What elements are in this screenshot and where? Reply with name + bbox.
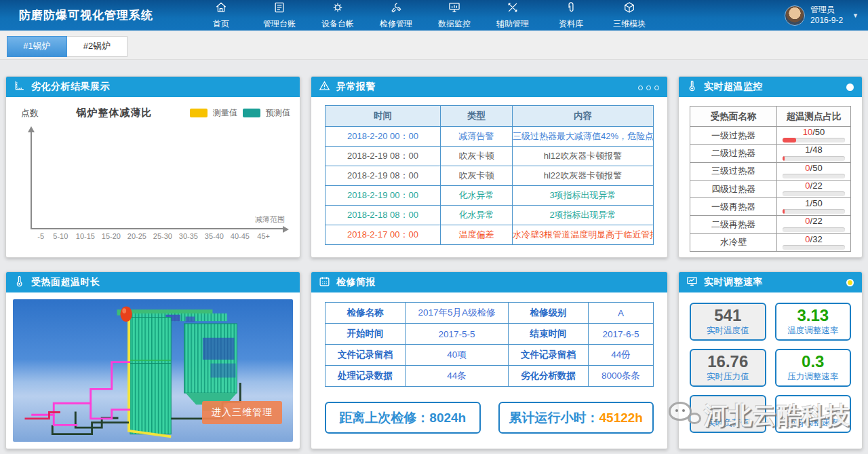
enter-3d-button[interactable]: 进入三维管理 [202,401,282,424]
nav-item-3d[interactable]: 三维模块 [610,1,648,30]
since-last-maintenance-button[interactable]: 距离上次检修：8024h [325,402,481,434]
alarm-time: 2018-2-19 08：00 [326,166,441,186]
ratio-cell: 10/50 [776,127,850,145]
mt-value: 2017年5月A级检修 [406,303,509,324]
app-title: 防磨防爆可视化管理系统 [19,7,153,23]
col-type: 类型 [441,106,513,127]
nav-item-library[interactable]: 资料库 [552,1,590,30]
table-row: 2018-2-19 00：00 化水异常 3项指标出现异常 [326,186,654,206]
panel-alarms: 异常报警 时间 类型 内容 2018-2-20 00：00 减薄告警 三 [311,76,668,258]
alarm-time: 2018-2-17 00：00 [326,225,441,245]
panel-menu-dots-icon[interactable] [635,81,659,93]
mt-label: 开始时间 [326,324,406,345]
user-date: 2016-9-2 [810,16,843,26]
alarm-table: 时间 类型 内容 2018-2-20 00：00 减薄告警 三级过热器最大减薄值… [325,105,654,245]
top-bar: 防磨防爆可视化管理系统 首页 管理台账 设备台帐 检修管理 数据监控 [0,0,868,31]
ratio-denominator: /32 [810,234,823,244]
tab-boiler-2[interactable]: #2锅炉 [67,36,127,57]
nav-item-data-monitor[interactable]: 数据监控 [435,1,473,30]
progress-fill [783,156,785,161]
ratio-cell: 0/32 [776,233,850,251]
card-label: 温度调整速率 [787,325,838,337]
boiler-3d-view[interactable]: 进入三维管理 [13,299,293,442]
ratio-denominator: /48 [810,145,823,155]
x-tick: 20-25 [128,232,145,240]
alarm-type: 吹灰卡顿 [441,147,513,166]
button-value: 8024h [429,411,466,425]
table-row: 2018-2-18 08：00 化水异常 2项指标出现异常 [326,206,654,225]
panel-title: 劣化分析结果展示 [31,81,110,93]
surface-name: 水冷壁 [690,233,777,251]
card-label: 实时压力值 [707,371,749,383]
button-label: 距离上次检修： [339,409,429,427]
mt-label: 检修级别 [509,303,589,324]
ledger-icon [273,1,286,17]
x-tick: 40-45 [231,232,248,240]
panel-title: 异常报警 [336,81,376,93]
boiler-tabs: #1锅炉 #2锅炉 [0,31,868,60]
panel-header: 检修简报 [311,272,667,292]
ratio-denominator: /22 [810,181,823,191]
panel-header: 异常报警 [311,77,667,97]
home-icon [214,1,228,17]
table-row: 2018-2-20 00：00 减薄告警 三级过热器最大减薄值42%，危险点占比… [326,127,654,147]
nav-label: 首页 [213,18,229,30]
ratio-cell: 0/22 [776,216,850,233]
card-value: 0.3 [802,353,824,370]
card-label: 实时温度值 [707,325,749,337]
progress-track [783,174,845,178]
card-realtime-temperature: 541 实时温度值 [690,303,766,341]
thinning-chart: 点数 锅炉整体减薄比 测量值 预测值 减薄范围 [6,97,300,240]
mt-label: 结束时间 [509,324,589,345]
status-indicator-icon [846,279,854,286]
panel-title: 检修简报 [336,276,376,288]
tab-boiler-1[interactable]: #1锅炉 [7,36,67,57]
ratio-numerator: 1 [805,198,810,208]
panel-maintenance-brief: 检修简报 检修名称 2017年5月A级检修 检修级别 A 开始时间 2017-5… [311,271,668,449]
table-row: 检修名称 2017年5月A级检修 检修级别 A [326,303,654,324]
nav-item-equipment[interactable]: 设备台帐 [319,1,357,30]
x-tick: 5-10 [53,232,68,240]
table-row: 处理记录数据 44条 劣化分析数据 8000条条 [326,366,654,387]
nav-item-ledger[interactable]: 管理台账 [260,1,298,30]
col-content: 内容 [513,106,654,127]
alarm-type: 吹灰卡顿 [441,166,513,186]
legend-label-predicted: 预测值 [266,107,290,119]
chart-y-label: 点数 [21,107,39,119]
mt-value: 44条 [406,366,509,387]
bar-series [39,129,270,228]
progress-track [783,138,845,143]
mt-value: 8000条条 [589,366,654,387]
table-row: 二级过热器 1/48 [690,145,851,162]
col-time: 时间 [326,106,441,127]
alarm-content: 2项指标出现异常 [513,206,654,225]
warning-triangle-icon [318,79,331,95]
overtemp-table: 受热面名称 超温测点占比 一级过热器 10/50 二级过热器 [690,106,851,252]
alarm-time: 2018-2-18 08：00 [326,206,441,225]
y-axis-arrow [28,123,35,132]
table-row: 一级过热器 10/50 [690,127,851,145]
alarm-content: 三级过热器最大减薄值42%，危险点占比13% [513,127,654,147]
surface-name: 一级再热器 [690,198,777,216]
user-menu[interactable]: 管理员 2016-9-2 ▼ [785,5,859,26]
mt-value: 40项 [406,345,509,366]
ratio-denominator: /50 [810,198,823,208]
nav-label: 检修管理 [380,18,412,30]
surface-name: 一级过热器 [690,127,777,145]
card-value: 3.13 [797,307,829,324]
nav-item-aux[interactable]: 辅助管理 [494,1,532,30]
panel-title: 实时超温监控 [704,81,763,93]
panel-degradation-analysis: 劣化分析结果展示 点数 锅炉整体减薄比 测量值 预测值 减薄范围 [5,76,300,258]
chart-plot-area: 减薄范围 [31,129,286,229]
panel-adjust-rates: 实时调整速率 541 实时温度值 3.13 温度调整速率 16.76 实时压力值 [678,271,863,449]
card-realtime-pressure: 16.76 实时压力值 [690,349,766,387]
panel-title: 受热面超温时长 [31,276,100,288]
x-tick: 45+ [257,232,270,240]
ratio-numerator: 0 [805,163,810,173]
total-run-hours-button[interactable]: 累计运行小时：45122h [498,402,654,434]
nav-item-repair[interactable]: 检修管理 [377,1,415,30]
dashboard-grid: 劣化分析结果展示 点数 锅炉整体减薄比 测量值 预测值 减薄范围 [0,60,868,449]
x-tick: -5 [37,232,44,240]
nav-item-home[interactable]: 首页 [202,1,240,30]
thermometer-icon [686,79,698,95]
